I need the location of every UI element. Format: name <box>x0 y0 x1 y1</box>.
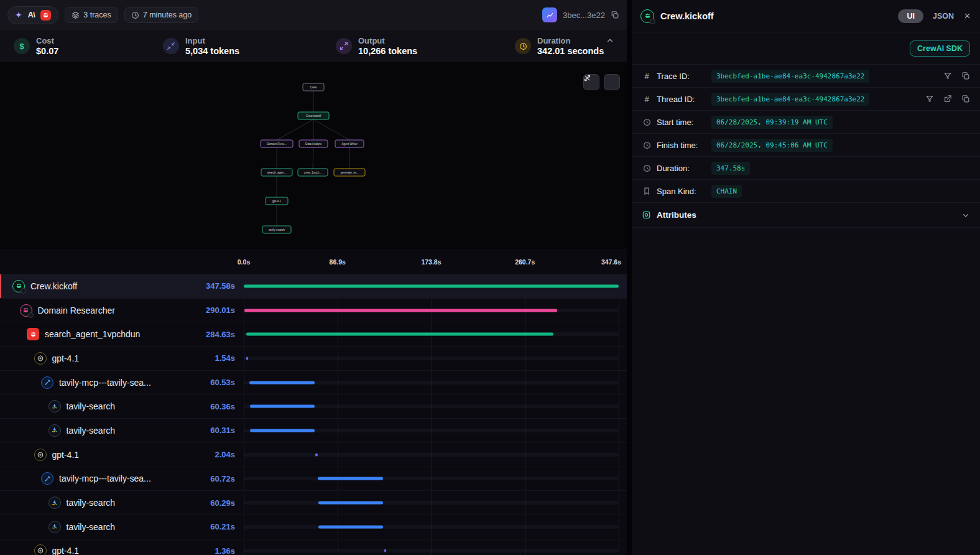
span-label: gpt-4.1 <box>0 544 79 555</box>
copy-icon[interactable] <box>961 95 970 103</box>
trace-row[interactable]: gpt-4.1 1.36s <box>0 539 627 555</box>
span-bar[interactable] <box>250 405 315 408</box>
tab-json[interactable]: JSON <box>933 12 954 21</box>
crew-icon <box>12 280 25 292</box>
clock-icon <box>642 118 652 126</box>
traces-count-badge[interactable]: 3 traces <box>65 7 118 23</box>
span-name: Crew.kickoff <box>30 281 77 291</box>
span-name: tavily-search <box>67 522 116 532</box>
span-label: tavily-search <box>0 497 115 509</box>
span-duration: 60.31s <box>179 426 235 435</box>
span-name: tavily-search <box>67 426 116 436</box>
crew-icon <box>20 304 32 317</box>
field-row: Finish time: 06/28/2025, 09:45:06 AM UTC <box>632 134 980 157</box>
tab-ui[interactable]: UI <box>898 9 923 23</box>
trace-row[interactable]: tavily-mcp---tavily-sea... 60.53s <box>0 370 627 394</box>
graph-node[interactable]: Agent Writer <box>335 140 364 147</box>
crew-icon <box>640 9 654 23</box>
trace-row[interactable]: tavily-search 60.29s <box>0 490 627 515</box>
trace-row[interactable]: search_agent_1vpchdun 284.63s <box>0 322 627 346</box>
details-header-right: UI JSON <box>898 9 971 23</box>
graph-canvas[interactable]: CrewCrew.kickoffDomain Rese...Data Analy… <box>0 62 627 249</box>
span-label: tavily-search <box>0 424 115 437</box>
field-value[interactable]: 06/28/2025, 09:39:19 AM UTC <box>711 116 833 129</box>
timeline-lane <box>244 299 619 322</box>
trace-age-badge: 7 minutes ago <box>124 7 199 23</box>
field-actions <box>925 95 970 103</box>
span-bar[interactable] <box>249 381 315 384</box>
expand-icon[interactable] <box>604 74 620 90</box>
external-link-icon[interactable] <box>943 95 952 103</box>
span-bar[interactable] <box>315 453 318 456</box>
timeline-track <box>244 357 619 360</box>
funnel-icon[interactable] <box>925 95 934 103</box>
stat-output: Output 10,266 tokens <box>336 36 515 56</box>
trace-row[interactable]: gpt-4.1 1.54s <box>0 346 627 370</box>
chevron-up-icon[interactable] <box>606 36 614 45</box>
span-title: Crew.kickoff <box>660 11 714 21</box>
graph-node[interactable]: generate_re... <box>334 169 365 176</box>
timeline-track <box>244 453 619 457</box>
copy-icon[interactable] <box>611 11 619 19</box>
field-row: # Trace ID: 3becbfed-a1be-ae84-ea3c-4942… <box>632 65 980 88</box>
graph-node[interactable]: crew_1vpch... <box>298 169 328 176</box>
span-bar[interactable] <box>250 429 315 432</box>
close-panel-icon[interactable] <box>963 12 971 20</box>
trace-row[interactable]: Crew.kickoff 347.58s <box>0 274 627 298</box>
span-bar[interactable] <box>246 357 248 360</box>
attributes-section[interactable]: Attributes <box>632 203 980 228</box>
field-value[interactable]: 3becbfed-a1be-ae84-ea3c-4942867a3e22 <box>711 93 869 106</box>
span-label: tavily-search <box>0 400 115 413</box>
svg-text:tavily-search: tavily-search <box>269 228 285 231</box>
graph-node[interactable]: search_agen... <box>261 169 292 176</box>
timeline-lane <box>244 347 619 370</box>
clock-icon <box>131 11 139 19</box>
crewai-logo-icon <box>27 328 39 340</box>
span-duration: 60.21s <box>179 522 235 531</box>
timeline-ticks: 0.0s86.9s173.8s260.7s347.6s <box>244 258 619 267</box>
span-duration: 60.29s <box>179 498 235 508</box>
field-row: # Thread ID: 3becbfed-a1be-ae84-ea3c-494… <box>632 88 980 111</box>
timeline-lane <box>244 419 619 442</box>
timeline-lane <box>244 515 619 539</box>
tools-icon <box>41 376 53 389</box>
chevron-down-icon[interactable] <box>961 211 970 220</box>
graph-node[interactable]: tavily-search <box>262 226 291 233</box>
graph-node[interactable]: gpt-4.1 <box>266 197 288 205</box>
stat-value: 10,266 tokens <box>358 46 417 56</box>
graph-node[interactable]: Crew <box>303 83 324 91</box>
funnel-icon[interactable] <box>943 72 952 80</box>
span-bar[interactable] <box>244 309 557 312</box>
span-duration: 60.72s <box>179 474 235 483</box>
copy-icon[interactable] <box>961 72 970 80</box>
field-value[interactable]: 06/28/2025, 09:45:06 AM UTC <box>711 139 833 152</box>
trace-row[interactable]: tavily-mcp---tavily-sea... 60.72s <box>0 467 627 491</box>
span-bar[interactable] <box>244 284 619 287</box>
trace-row[interactable]: tavily-search 60.21s <box>0 515 627 539</box>
span-bar[interactable] <box>318 525 383 528</box>
span-bar[interactable] <box>318 477 383 480</box>
span-bar[interactable] <box>318 501 384 505</box>
field-value[interactable]: 347.58s <box>711 162 750 175</box>
trace-row[interactable]: tavily-search 60.31s <box>0 418 627 442</box>
trace-row[interactable]: Domain Researcher 290.01s <box>0 298 627 322</box>
traces-count-label: 3 traces <box>83 11 111 19</box>
stat-label: Cost <box>36 36 58 45</box>
field-actions <box>943 72 970 80</box>
span-duration: 290.01s <box>179 305 235 315</box>
span-label: Domain Researcher <box>0 304 115 317</box>
hash-icon: # <box>642 72 652 80</box>
graph-node[interactable]: Domain Rese... <box>261 140 293 147</box>
svg-text:search_agen...: search_agen... <box>267 171 286 174</box>
graph-node[interactable]: Crew.kickoff <box>298 112 329 119</box>
crew-icon <box>640 9 654 23</box>
trace-row[interactable]: gpt-4.1 2.04s <box>0 442 627 467</box>
stat-input: Input 5,034 tokens <box>163 36 336 56</box>
field-value[interactable]: CHAIN <box>711 185 742 198</box>
trace-row[interactable]: tavily-search 60.36s <box>0 394 627 418</box>
span-bar[interactable] <box>246 333 553 336</box>
timeline-track <box>244 501 619 505</box>
span-bar[interactable] <box>384 549 386 553</box>
field-value[interactable]: 3becbfed-a1be-ae84-ea3c-4942867a3e22 <box>711 70 869 83</box>
graph-node[interactable]: Data Analyst <box>299 140 328 147</box>
